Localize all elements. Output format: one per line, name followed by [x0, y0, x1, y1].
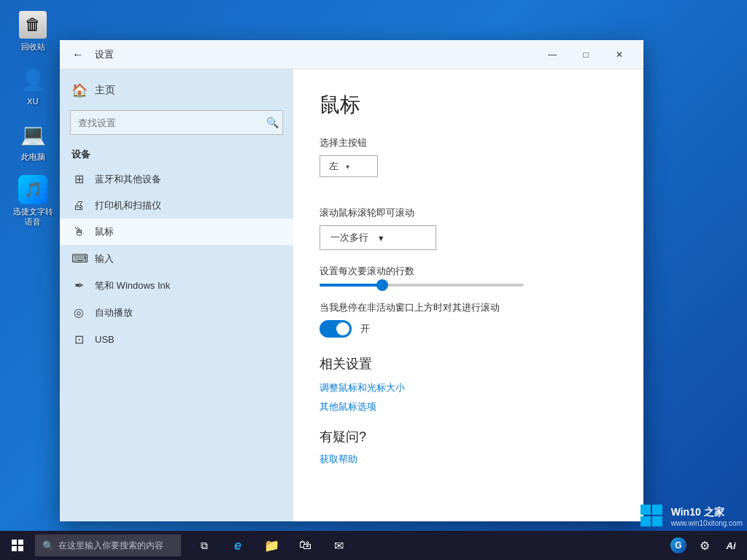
edge-browser-button[interactable]: e: [222, 531, 254, 560]
autoplay-icon: ◎: [71, 306, 86, 319]
maximize-button[interactable]: □: [569, 40, 603, 69]
sidebar-section-devices: 设备: [60, 141, 293, 166]
adjust-cursor-link[interactable]: 调整鼠标和光标大小: [320, 381, 617, 394]
svg-rect-1: [652, 505, 662, 515]
scroll-slider-thumb[interactable]: [376, 279, 388, 291]
svg-rect-5: [18, 540, 23, 545]
sidebar-item-home[interactable]: 🏠 主页: [60, 77, 293, 104]
inactive-scroll-toggle-row: 开: [320, 320, 617, 338]
tencent-tray-icon[interactable]: G: [667, 531, 690, 560]
printer-icon: 🖨: [71, 199, 86, 212]
select-button-label: 选择主按钮: [320, 136, 617, 149]
keyboard-icon: ⌨: [71, 252, 86, 265]
my-computer-icon[interactable]: 💻 此电脑: [7, 117, 58, 165]
taskbar-center: ⧉ e 📁 🛍 ✉: [188, 531, 355, 560]
page-title: 鼠标: [320, 91, 617, 119]
select-button-dropdown[interactable]: 左 ▾: [320, 155, 378, 177]
start-button[interactable]: [0, 531, 35, 560]
related-settings-section: 相关设置 调整鼠标和光标大小 其他鼠标选项: [320, 355, 617, 413]
sidebar-item-usb[interactable]: ⊡ USB: [60, 326, 293, 353]
user-folder-icon[interactable]: 👤 XU: [7, 62, 58, 109]
watermark-brand: Win10 之家: [671, 505, 743, 518]
edge-icon: e: [234, 538, 241, 553]
svg-rect-6: [12, 546, 17, 551]
ai-label-button[interactable]: Ai: [719, 531, 743, 560]
get-help-link[interactable]: 获取帮助: [320, 453, 617, 466]
svg-rect-3: [652, 516, 662, 526]
related-settings-title: 相关设置: [320, 355, 617, 373]
usb-icon: ⊡: [71, 332, 86, 346]
back-button[interactable]: ←: [67, 44, 89, 66]
scroll-chevron-icon: ▾: [379, 233, 384, 244]
mail-icon: ✉: [334, 539, 344, 553]
sidebar-item-keyboard[interactable]: ⌨ 输入: [60, 245, 293, 272]
task-view-button[interactable]: ⧉: [188, 531, 220, 560]
sidebar-item-printer-label: 打印机和扫描仪: [95, 199, 161, 212]
bluetooth-icon: ⊞: [71, 172, 86, 186]
toggle-knob: [336, 322, 349, 335]
sidebar-item-printer[interactable]: 🖨 打印机和扫描仪: [60, 192, 293, 219]
toggle-on-label: 开: [360, 322, 370, 335]
taskbar-search-bar[interactable]: 🔍 在这里输入你要搜索的内容: [35, 534, 181, 556]
sidebar-item-bluetooth[interactable]: ⊞ 蓝牙和其他设备: [60, 166, 293, 192]
scroll-dropdown[interactable]: 一次多行 ▾: [320, 225, 436, 250]
other-mouse-options-link[interactable]: 其他鼠标选项: [320, 400, 617, 413]
svg-rect-2: [640, 516, 651, 526]
desktop-icons: 🗑 回收站 👤 XU 💻 此电脑 🎵 迅捷文字转语音: [7, 7, 58, 230]
watermark-text-block: Win10 之家 www.win10xitong.com: [671, 505, 743, 526]
window-controls: — □ ✕: [535, 40, 636, 69]
home-icon: 🏠: [71, 82, 88, 98]
ocr-app-icon[interactable]: 🎵 迅捷文字转语音: [7, 172, 58, 230]
inactive-scroll-toggle[interactable]: [320, 320, 352, 338]
ai-label-text: Ai: [727, 540, 736, 551]
win10-watermark: Win10 之家 www.win10xitong.com: [639, 503, 743, 529]
mail-button[interactable]: ✉: [322, 531, 355, 560]
sidebar-search-input[interactable]: [70, 110, 283, 135]
sidebar: 🏠 主页 🔍 设备 ⊞ 蓝牙和其他设备 🖨 打印机和扫描仪: [60, 69, 293, 521]
store-button[interactable]: 🛍: [289, 531, 321, 560]
settings-tray-icon[interactable]: ⚙: [693, 531, 716, 560]
sidebar-item-autoplay[interactable]: ◎ 自动播放: [60, 299, 293, 326]
start-icon: [11, 539, 24, 552]
main-content: 鼠标 选择主按钮 左 ▾ 滚动鼠标滚轮即可滚动 一次多行 ▾: [293, 69, 643, 521]
svg-rect-4: [12, 540, 17, 545]
scroll-slider-fill: [320, 284, 381, 287]
scroll-slider-row: [320, 284, 617, 287]
close-button[interactable]: ✕: [603, 40, 636, 69]
scroll-value: 一次多行: [330, 231, 368, 244]
search-icon: 🔍: [266, 117, 279, 128]
sidebar-item-keyboard-label: 输入: [95, 252, 114, 265]
win10-logo-icon: [639, 503, 665, 529]
sidebar-item-mouse[interactable]: 🖱 鼠标: [60, 219, 293, 245]
lines-label: 设置每次要滚动的行数: [320, 265, 617, 278]
window-titlebar: ← 设置 — □ ✕: [60, 40, 643, 69]
taskbar-right: G ⚙ Ai: [667, 531, 747, 560]
store-icon: 🛍: [299, 538, 311, 553]
tencent-icon-badge: G: [670, 537, 686, 553]
scroll-slider-container: [320, 284, 617, 287]
svg-rect-0: [640, 505, 651, 515]
lines-group: 设置每次要滚动的行数: [320, 265, 617, 287]
file-explorer-button[interactable]: 📁: [255, 531, 287, 560]
help-section: 有疑问? 获取帮助: [320, 428, 617, 466]
toggle-section-label: 当我悬停在非活动窗口上方时对其进行滚动: [320, 301, 617, 314]
user-folder-label: XU: [27, 96, 38, 106]
scroll-group: 滚动鼠标滚轮即可滚动 一次多行 ▾: [320, 206, 617, 250]
sidebar-search-box: 🔍: [70, 110, 283, 135]
recycle-bin-label: 回收站: [21, 42, 45, 52]
recycle-bin-icon[interactable]: 🗑 回收站: [7, 7, 58, 55]
scroll-slider-track[interactable]: [320, 284, 524, 287]
mouse-icon: 🖱: [71, 225, 86, 238]
sidebar-home-label: 主页: [95, 84, 115, 97]
my-computer-label: 此电脑: [21, 152, 45, 162]
help-title: 有疑问?: [320, 428, 617, 446]
desktop: 🗑 回收站 👤 XU 💻 此电脑 🎵 迅捷文字转语音 ← 设置 — □ ✕: [0, 0, 747, 560]
watermark-url: www.win10xitong.com: [671, 519, 743, 527]
file-explorer-icon: 📁: [264, 538, 279, 553]
window-body: 🏠 主页 🔍 设备 ⊞ 蓝牙和其他设备 🖨 打印机和扫描仪: [60, 69, 643, 521]
taskbar: 🔍 在这里输入你要搜索的内容 ⧉ e 📁 🛍 ✉: [0, 531, 747, 560]
sidebar-item-pen[interactable]: ✒ 笔和 Windows Ink: [60, 272, 293, 299]
minimize-button[interactable]: —: [535, 40, 569, 69]
taskbar-search-text: 在这里输入你要搜索的内容: [58, 540, 163, 552]
primary-button-group: 选择主按钮 左 ▾: [320, 136, 617, 192]
